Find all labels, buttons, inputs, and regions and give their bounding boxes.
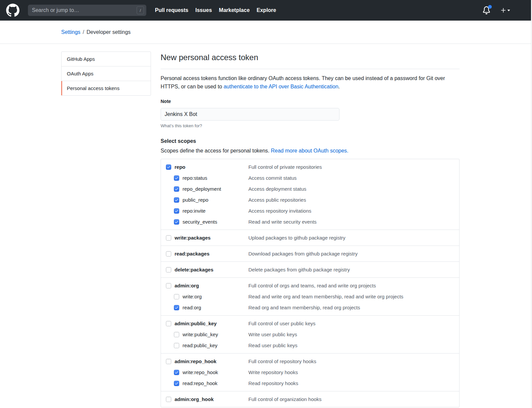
scope-checkbox[interactable]: [174, 175, 179, 181]
scope-row: write:org Read and write org and team me…: [174, 291, 454, 302]
sidebar-item-github-apps[interactable]: GitHub Apps: [62, 52, 151, 66]
scope-row: write:public_key Write user public keys: [174, 329, 454, 340]
scope-checkbox[interactable]: [174, 294, 179, 299]
scope-checkbox[interactable]: [166, 235, 171, 241]
scope-description: Read and write security events: [248, 219, 317, 225]
scope-checkbox[interactable]: [166, 397, 171, 402]
scope-row: delete:packages Delete packages from git…: [166, 264, 454, 275]
scope-checkbox[interactable]: [166, 267, 171, 272]
scope-description: Access commit status: [248, 175, 297, 181]
notifications-button[interactable]: [482, 6, 490, 14]
scope-checkbox[interactable]: [174, 208, 179, 214]
scope-checkbox[interactable]: [166, 164, 171, 170]
scope-checkbox[interactable]: [174, 219, 179, 225]
intro-paragraph: Personal access tokens function like ord…: [161, 74, 460, 91]
scope-description: Read org and team membership, read org p…: [248, 305, 360, 310]
note-input[interactable]: [161, 108, 339, 121]
scope-group: admin:repo_hook Full control of reposito…: [161, 353, 459, 391]
scopes-intro-text: Scopes define the access for personal to…: [161, 148, 271, 153]
scope-group: admin:org Full control of orgs and teams…: [161, 277, 459, 315]
scope-description: Access deployment status: [248, 186, 306, 192]
breadcrumb-separator: /: [83, 29, 84, 35]
github-logo-icon[interactable]: [6, 4, 20, 17]
scope-description: Write repository hooks: [248, 369, 298, 375]
scope-checkbox[interactable]: [174, 197, 179, 203]
scope-checkbox[interactable]: [166, 283, 171, 288]
scope-name: security_events: [183, 219, 217, 225]
scope-name: delete:packages: [175, 267, 213, 272]
scope-row: read:repo_hook Read repository hooks: [174, 378, 454, 389]
scope-name: write:repo_hook: [183, 369, 218, 375]
scope-checkbox[interactable]: [166, 251, 171, 256]
scope-description: Full control of user public keys: [248, 321, 316, 326]
scope-checkbox[interactable]: [174, 186, 179, 192]
scope-checkbox[interactable]: [174, 370, 179, 375]
scope-group: admin:org_hook Full control of organizat…: [161, 391, 459, 407]
scope-row: admin:org Full control of orgs and teams…: [166, 280, 454, 291]
breadcrumb-bar: Settings/Developer settings: [0, 21, 532, 44]
settings-sidebar: GitHub AppsOAuth AppsPersonal access tok…: [61, 51, 151, 96]
scope-description: Download packages from github package re…: [248, 251, 358, 256]
basic-auth-link[interactable]: authenticate to the API over Basic Authe…: [223, 84, 338, 89]
scope-name: admin:public_key: [175, 321, 217, 326]
scope-checkbox[interactable]: [174, 381, 179, 386]
scope-name: write:org: [183, 294, 202, 299]
scope-checkbox[interactable]: [174, 332, 179, 337]
navbar-link[interactable]: Explore: [257, 7, 276, 13]
scope-group: repo Full control of private repositorie…: [161, 159, 459, 230]
scope-description: Read repository hooks: [248, 380, 298, 386]
scope-row: read:org Read org and team membership, r…: [174, 302, 454, 313]
scope-name: admin:org_hook: [175, 396, 214, 402]
scope-row: write:repo_hook Write repository hooks: [174, 367, 454, 378]
select-scopes-heading: Select scopes: [161, 138, 460, 144]
scope-checkbox[interactable]: [166, 359, 171, 364]
scope-name: read:org: [183, 305, 201, 310]
scope-description: Upload packages to github package regist…: [248, 235, 345, 241]
scope-group: admin:public_key Full control of user pu…: [161, 315, 459, 353]
scope-row: read:public_key Read user public keys: [174, 340, 454, 351]
breadcrumb: Settings/Developer settings: [61, 29, 131, 35]
scope-group: write:packages Upload packages to github…: [161, 230, 459, 246]
navbar-link[interactable]: Marketplace: [219, 7, 250, 13]
scope-row: security_events Read and write security …: [174, 216, 454, 227]
sidebar-item-oauth-apps[interactable]: OAuth Apps: [62, 66, 151, 81]
scope-name: read:packages: [175, 251, 209, 256]
navbar-right-group: [482, 6, 510, 14]
scope-row: repo:invite Access repository invitation…: [174, 205, 454, 216]
scope-row: repo Full control of private repositorie…: [166, 161, 454, 172]
sidebar-item-personal-access-tokens[interactable]: Personal access tokens: [62, 81, 151, 95]
scope-description: Full control of organization hooks: [248, 396, 322, 402]
scope-children: write:public_key Write user public keys …: [174, 329, 454, 351]
scope-description: Access public repositories: [248, 197, 306, 203]
notification-dot: [488, 5, 492, 9]
note-label: Note: [161, 99, 460, 104]
scope-name: admin:org: [175, 283, 199, 288]
create-new-button[interactable]: [500, 7, 510, 13]
scopes-intro: Scopes define the access for personal to…: [161, 147, 460, 155]
breadcrumb-link-settings[interactable]: Settings: [61, 29, 80, 35]
scope-children: write:repo_hook Write repository hooks r…: [174, 367, 454, 389]
scope-checkbox[interactable]: [174, 343, 179, 348]
navbar-link[interactable]: Pull requests: [155, 7, 188, 13]
scope-description: Full control of repository hooks: [248, 358, 316, 364]
scope-checkbox[interactable]: [166, 321, 171, 326]
plus-icon: [500, 7, 506, 13]
scope-row: write:packages Upload packages to github…: [166, 232, 454, 243]
scope-name: write:packages: [175, 235, 210, 241]
search-input[interactable]: [28, 5, 146, 16]
scope-name: admin:repo_hook: [175, 358, 216, 364]
navbar-link[interactable]: Issues: [195, 7, 212, 13]
scope-group: delete:packages Delete packages from git…: [161, 261, 459, 277]
scope-children: write:org Read and write org and team me…: [174, 291, 454, 313]
slash-key-hint: /: [137, 6, 144, 14]
scope-description: Full control of orgs and teams, read and…: [248, 283, 376, 288]
scope-row: repo:status Access commit status: [174, 172, 454, 183]
scope-group: read:packages Download packages from git…: [161, 246, 459, 261]
scope-row: admin:repo_hook Full control of reposito…: [166, 356, 454, 367]
scope-name: repo: [175, 164, 186, 170]
scope-description: Read user public keys: [248, 343, 298, 348]
oauth-scopes-link[interactable]: Read more about OAuth scopes.: [271, 148, 348, 153]
caret-down-icon: [507, 10, 510, 11]
intro-text-end: .: [338, 84, 340, 89]
scope-checkbox[interactable]: [174, 305, 179, 310]
